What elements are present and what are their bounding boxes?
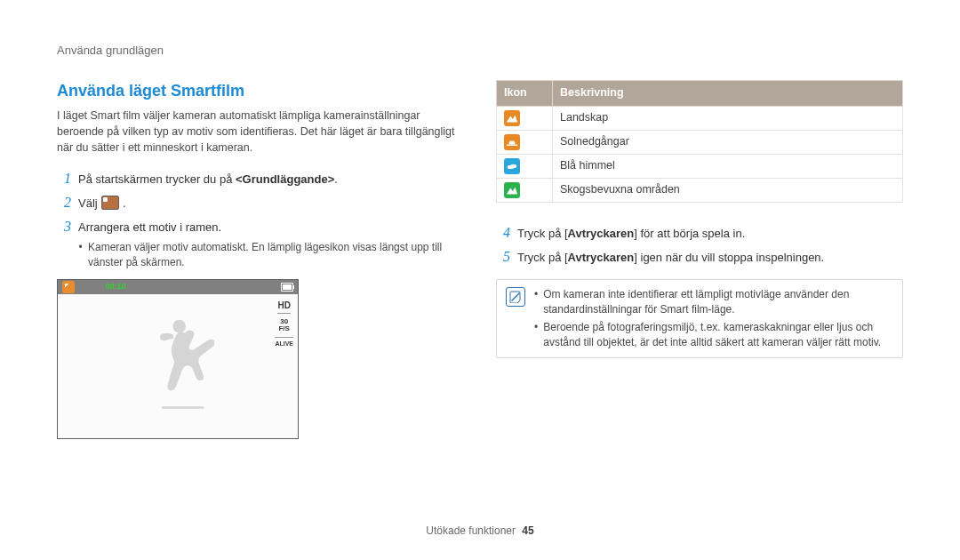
svg-marker-8 xyxy=(507,188,517,195)
step-number: 4 xyxy=(496,224,510,242)
note-icon xyxy=(506,287,525,307)
left-column: Använda läget Smartfilm I läget Smart fi… xyxy=(57,80,464,438)
section-title: Använda läget Smartfilm xyxy=(57,80,464,103)
figure-skater-silhouette xyxy=(141,313,214,415)
page-footer: Utökade funktioner 45 xyxy=(0,524,960,539)
note-item: •Beroende på fotograferingsmiljö, t.ex. … xyxy=(534,320,893,350)
intro-paragraph: I läget Smart film väljer kameran automa… xyxy=(57,108,464,156)
smart-mode-icon xyxy=(101,196,119,210)
sunset-icon xyxy=(504,134,520,150)
step-number: 1 xyxy=(57,170,71,188)
step: 1 På startskärmen trycker du på <Grundlä… xyxy=(57,170,464,188)
steps-list-right: 4 Tryck på [Avtryckaren] för att börja s… xyxy=(496,224,903,267)
forest-icon xyxy=(504,182,520,198)
table-header-desc: Beskrivning xyxy=(553,81,903,107)
step-subitem: •Kameran väljer motiv automatiskt. En lä… xyxy=(78,240,464,270)
mode-icon xyxy=(62,281,75,293)
step-text-bold: <Grundläggande> xyxy=(236,172,334,186)
svg-point-0 xyxy=(172,319,186,332)
svg-point-7 xyxy=(510,164,516,168)
table-row: Landskap xyxy=(497,107,903,131)
step-text: Välj xyxy=(78,196,100,210)
page-number: 45 xyxy=(522,524,533,537)
svg-rect-5 xyxy=(507,145,517,146)
footer-section: Utökade funktioner xyxy=(426,524,516,537)
step-text: . xyxy=(334,172,338,186)
step-text: ] för att börja spela in. xyxy=(634,227,745,240)
step: 3 Arrangera ett motiv i ramen. •Kameran … xyxy=(57,218,464,270)
step-number: 2 xyxy=(57,194,71,212)
step-number: 5 xyxy=(496,248,510,266)
right-column: Ikon Beskrivning Landskap xyxy=(496,80,903,438)
step: 2 Välj . xyxy=(57,194,464,212)
table-cell-label: Skogsbevuxna områden xyxy=(553,179,903,203)
scene-icon-table: Ikon Beskrivning Landskap xyxy=(496,80,903,203)
breadcrumb: Använda grundlägen xyxy=(57,43,903,59)
table-row: Skogsbevuxna områden xyxy=(497,179,903,203)
note-callout: •Om kameran inte identifierar ett lämpli… xyxy=(496,279,903,358)
step-text: Tryck på [ xyxy=(517,251,568,264)
battery-icon xyxy=(281,283,293,292)
table-row: Solnedgångar xyxy=(497,131,903,155)
hd-badge: HD xyxy=(277,300,290,314)
svg-point-3 xyxy=(509,141,516,148)
step: 5 Tryck på [Avtryckaren] igen när du vil… xyxy=(496,248,903,267)
viewfinder-right-icons: HD 30F/S ALIVE xyxy=(275,300,293,348)
alive-badge: ALIVE xyxy=(275,337,293,348)
step: 4 Tryck på [Avtryckaren] för att börja s… xyxy=(496,224,903,243)
step-number: 3 xyxy=(57,218,71,236)
bluesky-icon xyxy=(504,158,520,174)
viewfinder-top-bar: 00:10 xyxy=(58,280,298,294)
landscape-icon xyxy=(504,110,520,126)
steps-list-left: 1 På startskärmen trycker du på <Grundlä… xyxy=(57,170,464,269)
table-cell-label: Blå himmel xyxy=(553,155,903,179)
step-text-bold: Avtryckaren xyxy=(568,251,635,264)
step-text: Tryck på [ xyxy=(517,227,568,240)
svg-point-6 xyxy=(508,165,514,169)
camera-viewfinder: 00:10 HD 30F/S ALIVE xyxy=(57,279,299,439)
table-cell-label: Solnedgångar xyxy=(553,131,903,155)
step-text-bold: Avtryckaren xyxy=(568,227,635,240)
table-row: Blå himmel xyxy=(497,155,903,179)
step-text: På startskärmen trycker du på xyxy=(78,172,236,186)
fps-badge: 30F/S xyxy=(278,318,289,332)
table-header-icon: Ikon xyxy=(497,81,553,107)
svg-rect-4 xyxy=(506,145,518,148)
note-item: •Om kameran inte identifierar ett lämpli… xyxy=(534,287,893,317)
table-cell-label: Landskap xyxy=(553,107,903,131)
step-text: . xyxy=(123,196,126,210)
step-text: Arrangera ett motiv i ramen. xyxy=(78,220,221,234)
svg-rect-1 xyxy=(162,406,204,408)
step-text: ] igen när du vill stoppa inspelningen. xyxy=(634,251,824,264)
rec-timer: 00:10 xyxy=(105,281,125,292)
svg-marker-2 xyxy=(507,116,517,123)
two-column-layout: Använda läget Smartfilm I läget Smart fi… xyxy=(57,80,903,438)
